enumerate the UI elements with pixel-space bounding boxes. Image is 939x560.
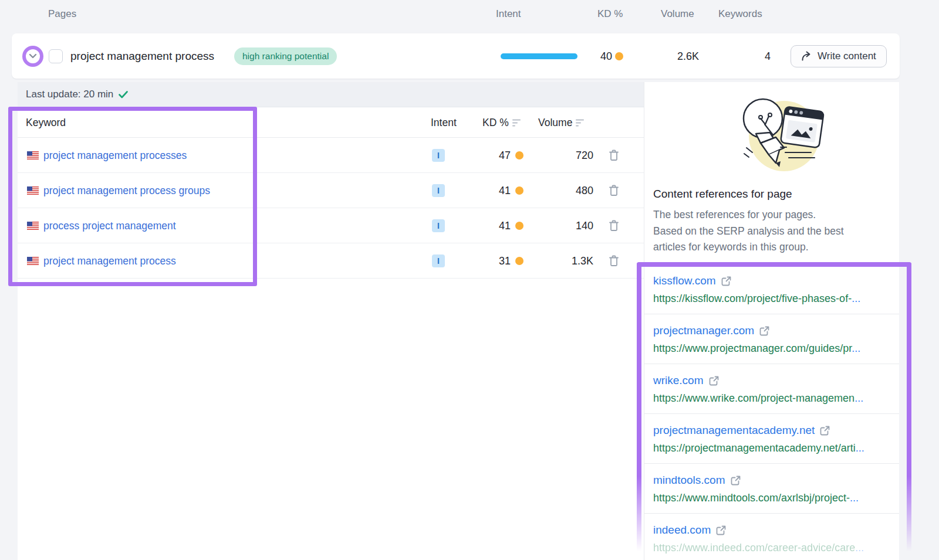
keyword-link[interactable]: project management process	[43, 254, 176, 267]
keyword-link[interactable]: process project management	[43, 219, 176, 232]
table-row: process project management I 41 140	[18, 208, 644, 243]
volume-value: 480	[540, 184, 593, 196]
content-references-illustration	[727, 91, 832, 182]
expand-row-button[interactable]	[22, 46, 43, 67]
external-link-icon[interactable]	[721, 276, 731, 286]
reference-url: https://www.wrike.com/project-managemen.…	[653, 392, 899, 405]
redo-arrow-icon	[801, 51, 812, 61]
kd-difficulty-dot	[615, 52, 623, 60]
trash-icon[interactable]	[607, 183, 621, 198]
us-flag-icon	[27, 257, 39, 265]
external-link-icon[interactable]	[731, 476, 741, 486]
pages-column-header: Pages	[48, 8, 76, 20]
last-update-bar: Last update: 20 min	[18, 82, 644, 107]
keyword-link[interactable]: project management process groups	[43, 184, 210, 196]
page-keywords-group-view: Pages Intent KD % Volume Keywords projec…	[0, 0, 939, 560]
external-link-icon[interactable]	[716, 525, 726, 535]
write-content-label: Write content	[818, 50, 876, 62]
intent-bar	[501, 53, 577, 59]
sort-icon[interactable]	[576, 118, 584, 127]
write-content-button[interactable]: Write content	[791, 45, 887, 67]
reference-domain-link[interactable]: projectmanagementacademy.net	[653, 424, 815, 437]
reference-domain-link[interactable]: mindtools.com	[653, 474, 725, 487]
page-title: project management process	[70, 50, 214, 63]
page-kd-value: 40	[571, 50, 612, 62]
check-icon	[119, 91, 128, 99]
kd-difficulty-dot	[515, 257, 523, 265]
intent-badge: I	[432, 254, 445, 267]
chevron-down-icon	[26, 49, 40, 63]
page-keywords-count: 4	[739, 50, 771, 62]
last-update-text: Last update: 20 min	[26, 89, 113, 100]
reference-url: https://www.projectmanager.com/guides/pr…	[653, 342, 899, 355]
reference-list: kissflow.com https://kissflow.com/projec…	[644, 264, 899, 560]
reference-domain-link[interactable]: indeed.com	[653, 524, 711, 537]
description-line: Based on the SERP analysis and the best	[653, 223, 844, 240]
high-ranking-potential-badge: high ranking potential	[234, 47, 337, 65]
content-references-description: The best references for your pages. Base…	[653, 207, 844, 256]
description-line: articles for keywords in this group.	[653, 239, 844, 256]
page-row-checkbox[interactable]	[49, 49, 63, 63]
page-row-card: project management process high ranking …	[12, 33, 900, 79]
kd-value: 31	[464, 254, 511, 267]
volume-value: 140	[540, 219, 593, 232]
volume-value: 720	[540, 149, 593, 161]
list-item: indeed.com https://www.indeed.com/career…	[644, 514, 899, 560]
intent-badge: I	[432, 184, 445, 197]
reference-url: https://www.mindtools.com/axrlsbj/projec…	[653, 492, 899, 504]
external-link-icon[interactable]	[759, 326, 769, 336]
kd-header-cell: KD %	[482, 116, 509, 128]
us-flag-icon	[27, 222, 39, 230]
sort-icon[interactable]	[512, 118, 521, 127]
kd-difficulty-dot	[515, 222, 523, 230]
reference-domain-link[interactable]: kissflow.com	[653, 274, 716, 287]
us-flag-icon	[27, 186, 39, 195]
trash-icon[interactable]	[607, 253, 621, 269]
external-link-icon[interactable]	[709, 376, 719, 386]
reference-domain-link[interactable]: projectmanager.com	[653, 324, 754, 337]
volume-column-header: Volume	[661, 8, 694, 20]
intent-header-cell: Intent	[431, 116, 457, 128]
trash-icon[interactable]	[607, 148, 621, 163]
kd-value: 41	[464, 184, 511, 196]
us-flag-icon	[27, 151, 39, 159]
list-item: mindtools.com https://www.mindtools.com/…	[644, 464, 899, 514]
list-item: wrike.com https://www.wrike.com/project-…	[644, 364, 899, 414]
table-row: project management process groups I 41 4…	[18, 173, 644, 208]
table-row: project management processes I 47 720	[18, 138, 644, 173]
keyword-link[interactable]: project management processes	[43, 149, 187, 161]
description-line: The best references for your pages.	[653, 207, 844, 223]
table-row: project management process I 31 1.3K	[18, 243, 644, 279]
kd-column-header: KD %	[597, 8, 623, 20]
keyword-table-body: project management processes I 47 720 pr…	[18, 138, 644, 279]
list-item: projectmanager.com https://www.projectma…	[644, 314, 899, 364]
intent-badge: I	[432, 219, 445, 232]
reference-url: https://kissflow.com/project/five-phases…	[653, 293, 899, 305]
volume-value: 1.3K	[540, 254, 593, 267]
external-link-icon[interactable]	[820, 426, 830, 436]
keyword-header-cell: Keyword	[26, 116, 66, 128]
group-details-panel: Last update: 20 min Keyword Intent KD % …	[18, 82, 899, 560]
intent-badge: I	[432, 149, 445, 162]
reference-url: https://www.indeed.com/career-advice/car…	[653, 542, 899, 554]
kd-value: 41	[464, 219, 511, 232]
content-references-title: Content references for page	[653, 188, 792, 201]
page-volume-value: 2.6K	[651, 50, 699, 62]
reference-url: https://projectmanagementacademy.net/art…	[653, 442, 899, 454]
intent-column-header: Intent	[496, 8, 521, 20]
kd-value: 47	[464, 149, 511, 161]
reference-domain-link[interactable]: wrike.com	[653, 374, 704, 387]
trash-icon[interactable]	[607, 218, 621, 233]
volume-header-cell: Volume	[538, 116, 572, 128]
keywords-column-header: Keywords	[718, 8, 762, 20]
kd-difficulty-dot	[515, 151, 523, 159]
list-item: projectmanagementacademy.net https://pro…	[644, 414, 899, 464]
list-item: kissflow.com https://kissflow.com/projec…	[644, 264, 899, 314]
keyword-table-header: Keyword Intent KD % Volume	[18, 107, 644, 138]
kd-difficulty-dot	[515, 186, 523, 195]
